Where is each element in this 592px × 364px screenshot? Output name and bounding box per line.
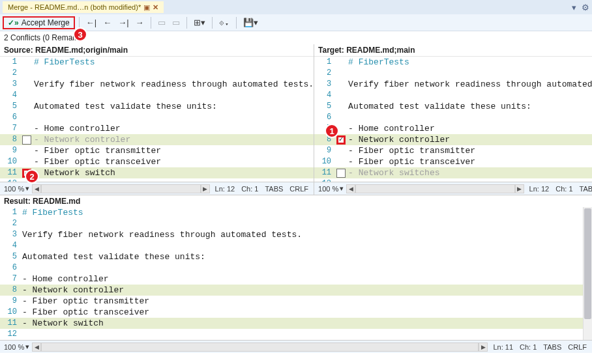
conflict-checkbox[interactable]	[22, 135, 31, 145]
nav-prev-left-button[interactable]: ←|	[83, 16, 99, 29]
hscrollbar[interactable]: ◀▶	[32, 184, 209, 193]
code-line[interactable]: 12	[0, 178, 314, 182]
code-line[interactable]: 9- Fiber optic transmitter	[0, 296, 592, 307]
target-statusbar: 100 %▾ ◀▶ Ln: 12 Ch: 1 TABS CRLF	[314, 182, 592, 195]
check-icon: ✓»	[8, 18, 19, 27]
close-icon[interactable]: ✕	[153, 3, 158, 12]
line-number: 1	[0, 207, 22, 218]
code-line[interactable]: 10- Fiber optic transceiver	[314, 156, 592, 167]
layout-split-button[interactable]: ⊞▾	[191, 16, 208, 29]
target-code[interactable]: 1# FiberTests23Verify fiber network read…	[314, 57, 592, 182]
line-number: 5	[0, 251, 22, 262]
scroll-right-icon[interactable]: ▶	[479, 343, 488, 352]
gear-icon[interactable]: ⚙	[582, 3, 589, 12]
code-line[interactable]: 8- Network controler	[0, 134, 314, 145]
line-number: 4	[314, 90, 336, 101]
scroll-right-icon[interactable]: ▶	[201, 184, 210, 193]
layout-b-button[interactable]: ▭	[170, 16, 183, 29]
line-number: 1	[0, 57, 22, 68]
line-number: 5	[314, 101, 336, 112]
status-line: Ln: 12	[215, 185, 235, 193]
code-line[interactable]: 5Automated test validate these units:	[0, 251, 592, 262]
merge-toolbar: ✓» Accept Merge 3 ←| ← →| → ▭ ▭ ⊞▾ ⟐▾ 💾▾	[0, 14, 592, 31]
code-line[interactable]: 4	[314, 90, 592, 101]
line-text: - Home controller	[22, 273, 592, 285]
code-line[interactable]: 2	[0, 218, 592, 229]
code-line[interactable]: 11- Network switch	[0, 167, 314, 178]
code-line[interactable]: 7- Home controller	[0, 273, 592, 285]
status-tabs: TABS	[265, 185, 283, 193]
code-line[interactable]: 6	[314, 112, 592, 123]
code-line[interactable]: 10- Fiber optic transceiver	[0, 156, 314, 167]
save-button[interactable]: 💾▾	[241, 16, 261, 29]
code-line[interactable]: 9- Fiber optic transmitter	[314, 145, 592, 156]
code-line[interactable]: 6	[0, 112, 314, 123]
code-line[interactable]: 9- Fiber optic transmitter	[0, 145, 314, 156]
code-line[interactable]: 3Verify fiber network readiness through …	[0, 79, 314, 90]
zoom-control[interactable]: 100 %▾	[314, 184, 346, 193]
code-line[interactable]: 8- Network controller	[0, 285, 592, 296]
vscrollbar[interactable]	[583, 207, 592, 340]
conflict-checkbox[interactable]	[336, 135, 346, 145]
code-line[interactable]: 1# FiberTests	[314, 57, 592, 68]
document-tab[interactable]: Merge - README.md…n (both modified)* ▣ ✕	[3, 1, 164, 13]
line-text: - Network controller	[22, 285, 592, 296]
code-line[interactable]: 8- Network controller	[314, 134, 592, 145]
code-line[interactable]: 5Automated test validate these units:	[0, 101, 314, 112]
conflict-checkbox[interactable]	[336, 169, 346, 178]
code-line[interactable]: 12	[314, 178, 592, 182]
code-line[interactable]: 7- Home controller	[0, 123, 314, 134]
line-number: 12	[0, 329, 22, 340]
split-view: Source: README.md;origin/main 1# FiberTe…	[0, 44, 592, 195]
code-line[interactable]: 11- Network switch	[0, 318, 592, 329]
code-line[interactable]: 3Verify fiber network readiness through …	[314, 79, 592, 90]
code-line[interactable]: 1# FiberTests	[0, 57, 314, 68]
line-text: - Fiber optic transmitter	[22, 296, 592, 307]
code-line[interactable]: 3Verify fiber network readiness through …	[0, 229, 592, 240]
result-code[interactable]: 1# FiberTests23Verify fiber network read…	[0, 207, 592, 340]
status-crlf: CRLF	[289, 185, 308, 193]
line-number: 4	[0, 90, 22, 101]
code-line[interactable]: 11- Network switches	[314, 167, 592, 178]
zoom-control[interactable]: 100 %▾	[0, 343, 32, 351]
nav-left-button[interactable]: ←	[100, 16, 114, 29]
chevron-down-icon: ▾	[340, 184, 344, 193]
scroll-right-icon[interactable]: ▶	[515, 184, 524, 193]
separator	[79, 17, 80, 29]
source-code[interactable]: 1# FiberTests23Verify fiber network read…	[0, 57, 314, 182]
status-col: Ch: 1	[520, 343, 537, 351]
code-line[interactable]: 1# FiberTests	[0, 207, 592, 218]
code-line[interactable]: 4	[0, 90, 314, 101]
code-line[interactable]: 5Automated test validate these units:	[314, 101, 592, 112]
code-line[interactable]: 12	[0, 329, 592, 340]
nav-next-right-button[interactable]: →	[133, 16, 147, 29]
scroll-left-icon[interactable]: ◀	[346, 184, 355, 193]
layout-a-button[interactable]: ▭	[155, 16, 168, 29]
code-line[interactable]: 10- Fiber optic transceiver	[0, 307, 592, 318]
compare-button[interactable]: ⟐▾	[216, 16, 232, 29]
target-panel: Target: README.md;main 1# FiberTests23Ve…	[314, 44, 592, 195]
code-line[interactable]: 7- Home controller	[314, 123, 592, 134]
code-line[interactable]: 2	[0, 68, 314, 79]
line-text: - Home controller	[348, 123, 592, 134]
accept-merge-label: Accept Merge	[22, 18, 70, 27]
zoom-control[interactable]: 100 %▾	[0, 184, 32, 193]
line-number: 11	[0, 318, 22, 329]
status-line: Ln: 12	[529, 185, 550, 193]
line-number: 2	[0, 68, 22, 79]
chevron-down-icon: ▾	[25, 343, 29, 351]
code-line[interactable]: 6	[0, 262, 592, 273]
hscrollbar[interactable]: ◀▶	[346, 184, 524, 193]
scroll-left-icon[interactable]: ◀	[32, 343, 41, 352]
scroll-left-icon[interactable]: ◀	[32, 184, 41, 193]
hscrollbar[interactable]: ◀▶	[32, 343, 488, 352]
nav-right-button[interactable]: →|	[115, 16, 131, 29]
pin-icon[interactable]: ▣	[143, 3, 150, 12]
line-text: Verify fiber network readiness through a…	[22, 229, 592, 240]
code-line[interactable]: 2	[314, 68, 592, 79]
line-text: Automated test validate these units:	[34, 101, 314, 112]
code-line[interactable]: 4	[0, 240, 592, 251]
accept-merge-button[interactable]: ✓» Accept Merge	[3, 16, 75, 29]
chevron-down-icon[interactable]: ▾	[572, 3, 576, 12]
target-header: Target: README.md;main	[314, 44, 592, 57]
